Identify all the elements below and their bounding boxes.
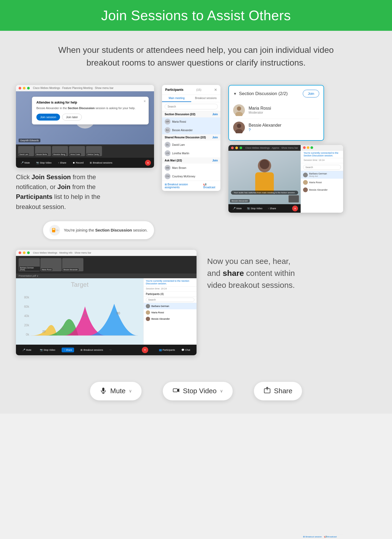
- video-titlebar: Cisco Webex Meetings · Approx · Show men…: [228, 145, 301, 151]
- shared-resume-join[interactable]: Join: [212, 136, 218, 139]
- joining-notification: You're joining the Section Discussion se…: [43, 221, 154, 239]
- loretha-name: Loretha Martin: [172, 152, 189, 155]
- v-mute-btn[interactable]: 🎤Mute: [231, 206, 243, 211]
- chart-maria-avatar: [146, 310, 150, 315]
- search-input[interactable]: [165, 104, 218, 109]
- mini-search-input[interactable]: [303, 165, 341, 170]
- mc-mute-btn[interactable]: 🎤 Mute: [20, 348, 33, 352]
- thumb-2[interactable]: Bessie Berta: [35, 146, 51, 156]
- mute-ctrl-btn[interactable]: 🎤 Mute: [19, 161, 31, 165]
- v-cam-icon: 📷: [247, 207, 250, 210]
- mute-dropdown-icon[interactable]: ∨: [129, 388, 132, 393]
- notif-body-pre: Bessie Alexander in the: [36, 106, 68, 110]
- david-avatar: DL: [165, 142, 171, 148]
- tab-breakout-sessions[interactable]: Breakout sessions: [191, 95, 220, 102]
- joining-text: You're joining the Section Discussion se…: [64, 228, 148, 232]
- v-share-icon: ↑: [268, 207, 269, 210]
- barbara-avatar: [303, 173, 308, 177]
- top-thumb-bessie[interactable]: Bessie Alexander: [62, 258, 83, 271]
- thumb-4[interactable]: Anna Coats: [69, 146, 85, 156]
- breakout-ctrl-btn[interactable]: ⊞ Breakout sessions: [88, 161, 114, 165]
- chart-search-input[interactable]: [146, 298, 194, 302]
- sd-join-button[interactable]: Join: [303, 90, 319, 97]
- chart-panel-count: Participants (4): [144, 292, 197, 297]
- tab-main-meeting[interactable]: Main meeting: [162, 95, 191, 102]
- mc-chat-btn[interactable]: 💬 Chat: [179, 348, 192, 352]
- self-view: [288, 195, 299, 203]
- close-notification-btn[interactable]: ×: [144, 99, 146, 103]
- ask-mari-join[interactable]: Join: [212, 159, 218, 162]
- video-bottom-controls: 🎤Mute 📷Stop Video ↑Share ✕: [228, 204, 301, 213]
- breakout-icon: ⊞: [90, 161, 92, 164]
- description-text: Click Join Session from the notification…: [16, 172, 106, 212]
- desc-and-notif: Click Join Session from the notification…: [16, 172, 154, 239]
- v-close: [231, 147, 234, 149]
- v-stop-btn[interactable]: 📷Stop Video: [245, 206, 264, 211]
- bottom-buttons-section: Mute ∨ Stop Video ∨ Share: [0, 371, 392, 414]
- top-thumb-maria[interactable]: Maria Rossi: [40, 258, 62, 271]
- mc-end-btn[interactable]: ✕: [142, 347, 148, 353]
- cw-title: Cisco Webex Meetings · Meeting Info · Sh…: [33, 251, 91, 254]
- mc-share-btn[interactable]: ↑ Share: [62, 348, 74, 352]
- chart-maria-name: Maria Rossi: [151, 311, 164, 314]
- marc-name: Marc Brown: [172, 166, 186, 169]
- mountain-chart-svg: 0k 20k 40k 60k 80k 20 40 70: [21, 290, 138, 338]
- mc-breakout-btn[interactable]: ⊞ Breakout sessions: [78, 348, 105, 352]
- stop-video-bottom-btn[interactable]: Stop Video ∨: [163, 382, 233, 400]
- mc-chat-icon: 💬: [181, 349, 184, 351]
- participants-panel: Participants (15) ✕ Main meeting Breakou…: [162, 85, 220, 191]
- end-call-btn[interactable]: ✕: [145, 160, 151, 166]
- broadcast-link[interactable]: 📢 Broadcast: [203, 183, 218, 189]
- mc-participants-btn[interactable]: 👥 Participants: [157, 348, 177, 352]
- meeting-controls-bar: 🎤 Mute 📷 Stop Video ↑ Share ⏺ Record: [16, 158, 154, 168]
- svg-marker-27: [178, 388, 179, 392]
- david-name: David Lam: [172, 143, 185, 146]
- join-later-button[interactable]: Join later: [62, 114, 82, 121]
- stop-video-bottom-label: Stop Video: [183, 387, 217, 395]
- sd-bessie-avatar: [233, 122, 245, 133]
- main-content-split: Target 0k 20k 40k 60k 80k 20: [16, 278, 197, 345]
- close-dot: [19, 87, 21, 89]
- mute-icon: 🎤: [21, 161, 24, 164]
- main-video-area: 👤 Gwynith Edwards × Attendee is asking f…: [16, 91, 154, 144]
- section-discussion-join[interactable]: Join: [212, 113, 218, 116]
- mini-panel-bar: [301, 145, 343, 151]
- join-session-button[interactable]: Join session: [36, 114, 60, 121]
- record-ctrl-btn[interactable]: ⏺ Record: [71, 161, 85, 165]
- svg-rect-11: [255, 172, 274, 194]
- sd-header: ▼ Section Discussion (2/2) Join: [233, 90, 319, 97]
- panel-close-icon[interactable]: ✕: [214, 88, 217, 92]
- maria-mini-name: Maria Rossi: [309, 181, 322, 184]
- maria-mini-avatar: [303, 180, 308, 185]
- record-icon: ⏺: [73, 161, 75, 164]
- thumb-5[interactable]: Delicia Candy: [86, 146, 102, 156]
- mc-more[interactable]: ···: [109, 348, 112, 351]
- chart-bessie-avatar: [146, 317, 150, 321]
- mute-bottom-btn[interactable]: Mute ∨: [90, 382, 142, 400]
- v-share-btn[interactable]: ↑Share: [266, 206, 278, 211]
- cw-min: [23, 251, 25, 254]
- stop-video-dropdown-icon[interactable]: ∨: [220, 388, 223, 393]
- svg-rect-2: [56, 229, 58, 231]
- notification-popup: × Attendee is asking for help Bessie Ale…: [32, 97, 149, 125]
- breakout-assignments-link[interactable]: ⊞ Breakout session assignments: [165, 183, 200, 189]
- chart-search-bar: [144, 297, 197, 303]
- svg-marker-3: [58, 229, 59, 231]
- mp-min: [307, 146, 309, 149]
- thumb-3[interactable]: Brandon Bang: [52, 146, 68, 156]
- subtitle-text: When your students or attendees need hel…: [53, 44, 339, 69]
- mc-stop-btn[interactable]: 📷 Stop Video: [38, 348, 57, 352]
- stop-video-ctrl-btn[interactable]: 📷 Stop Video: [35, 161, 53, 165]
- top-thumb-barbara[interactable]: Barbara German (Host): [19, 258, 40, 271]
- v-end-btn[interactable]: ✕: [292, 206, 298, 211]
- top-thumb-bessie-label: Bessie Alexander: [63, 268, 79, 271]
- share-bottom-btn[interactable]: Share: [254, 382, 302, 400]
- bessie-item: Bessie Alexander: [301, 186, 343, 194]
- participant-marc: MB Marc Brown: [162, 164, 220, 172]
- share-ctrl-btn[interactable]: ↑ Share: [56, 161, 68, 165]
- mini-participants-panel: You're currently connected to the Sectio…: [301, 145, 343, 213]
- chart-panel-time: Session time: 19:24: [144, 286, 197, 292]
- barbara-item: Barbara German Mody Ast: [301, 171, 343, 179]
- minimize-dot: [23, 87, 25, 89]
- thumb-1[interactable]: David Lam: [18, 146, 34, 156]
